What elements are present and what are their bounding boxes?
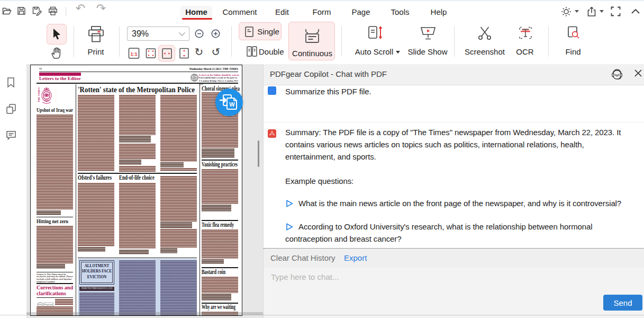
open-folder-icon [2, 6, 12, 16]
app-window: ↶ ↷ Home Comment Edit Form Page Tools He… [0, 0, 644, 318]
summary-line-1: Summary: The PDF file is a copy of "The … [285, 126, 634, 138]
article-text [160, 168, 197, 171]
tab-tools[interactable]: Tools [387, 6, 413, 19]
article-text [202, 169, 238, 204]
support-button[interactable] [611, 68, 623, 82]
toolbar-separator [548, 26, 549, 57]
bookmarks-panel-button[interactable] [5, 76, 16, 89]
redo-button[interactable]: ↷ [94, 2, 108, 15]
screenshot-label: Screenshot [464, 47, 506, 56]
toolbar-separator [231, 26, 232, 57]
theme-button[interactable] [560, 5, 573, 18]
article-text [119, 183, 156, 249]
zoom-level-select[interactable]: 39% [127, 26, 189, 41]
headline-iraq: Upshot of Iraq war [37, 107, 73, 113]
slide-show-button[interactable]: Slide Show [409, 25, 447, 45]
ocr-button[interactable]: OCR [512, 25, 538, 45]
user-avatar [268, 86, 276, 95]
example-question-2[interactable]: According to Oxford University's researc… [285, 220, 603, 245]
clear-chat-history-button[interactable]: Clear Chat History [270, 253, 335, 262]
collapse-toolbar-button[interactable] [630, 7, 641, 15]
document-viewport[interactable]: 12 Wednesday March 22 2023 | THE TIMES L… [26, 64, 263, 318]
zoom-in-icon[interactable] [211, 29, 220, 38]
continuous-button[interactable]: Continuous [288, 22, 335, 60]
tab-edit[interactable]: Edit [269, 6, 295, 19]
assistant-summary: Summary: The PDF file is a copy of "The … [285, 126, 634, 163]
continuous-label: Continuous [291, 49, 333, 58]
letters-contact-block: Letters to the Editor should be sent to … [199, 74, 239, 86]
find-icon [566, 25, 582, 45]
actual-size-icon[interactable]: 1:1 [128, 47, 140, 59]
letter-signature [160, 248, 177, 253]
copilot-header: PDFgear Copilot - Chat with PDF [264, 64, 644, 85]
export-button[interactable]: Export [344, 253, 367, 262]
article-text [37, 226, 73, 263]
open-file-button[interactable] [2, 6, 12, 16]
screenshot-button[interactable]: Screenshot [465, 25, 503, 45]
hand-tool-button[interactable] [50, 46, 64, 60]
svg-text:NEWSPAPER: NEWSPAPER [56, 87, 57, 102]
letter-signature [37, 264, 65, 269]
example-question-1[interactable]: What is the main news article on the fro… [285, 197, 640, 209]
convert-to-word-floating-button[interactable]: W [215, 89, 243, 116]
continuous-icon [303, 27, 322, 46]
archive-text [160, 260, 197, 315]
print-button[interactable]: Print [86, 25, 106, 45]
tab-comment[interactable]: Comment [221, 6, 259, 19]
zoom-dropdown-chevron-icon [178, 32, 186, 37]
print-icon [48, 6, 58, 16]
svg-text:THE TIMES: THE TIMES [38, 87, 40, 102]
comments-panel-button[interactable] [5, 129, 17, 142]
fit-width-button[interactable] [158, 45, 175, 61]
save-button[interactable] [16, 6, 26, 16]
tab-home[interactable]: Home [180, 6, 212, 19]
masthead-rule [37, 83, 238, 84]
save-as-button[interactable] [32, 6, 42, 16]
tab-page[interactable]: Page [348, 6, 374, 19]
ocr-label: OCR [505, 47, 545, 56]
share-button[interactable] [585, 5, 598, 18]
single-page-icon [244, 26, 255, 38]
letters-contact-icon [191, 74, 198, 82]
tab-form[interactable]: Form [309, 6, 335, 19]
headline-corrections: Corrections and clarifications [37, 285, 73, 296]
examples-label: Example questions: [285, 175, 353, 187]
select-tool-button[interactable] [47, 24, 67, 45]
send-button[interactable]: Send [603, 295, 642, 311]
svg-text:Regulated: Regulated [44, 304, 53, 306]
rotate-right-icon[interactable]: ↻ [192, 46, 206, 58]
auto-scroll-caret-icon [396, 51, 400, 54]
thin-rule [37, 272, 73, 272]
rotate-left-icon[interactable]: ↺ [208, 46, 223, 58]
fit-height-icon[interactable] [178, 47, 190, 59]
chevron-up-icon [630, 7, 641, 15]
auto-scroll-button[interactable]: Auto Scroll [353, 25, 399, 45]
chat-panel-scrollbar[interactable] [258, 140, 259, 167]
article-text [202, 229, 238, 259]
find-button[interactable]: Find [560, 25, 586, 45]
toolbar-separator [119, 26, 120, 57]
ipso-logo: IPSORegulated [37, 299, 53, 304]
headline-netzero: Hitting net zero [37, 218, 68, 224]
headline-vanishing: Vanishing practices [202, 161, 238, 167]
article-text [160, 229, 197, 248]
fit-page-icon[interactable] [145, 47, 157, 59]
thumbnails-panel-button[interactable] [5, 103, 17, 116]
close-panel-button[interactable] [634, 69, 642, 77]
hand-icon [50, 46, 64, 60]
question-1-text: What is the main news article on the fro… [298, 199, 621, 208]
archive-title: ALLOTMENT HOLDERS FACE EVICTION [81, 263, 113, 280]
bookmark-icon [5, 76, 16, 89]
chat-input[interactable] [270, 271, 568, 295]
zoom-out-icon[interactable] [195, 29, 204, 38]
section-rule [202, 267, 238, 268]
question-arrow-icon [285, 223, 294, 231]
theme-caret-icon [575, 10, 579, 13]
tab-help[interactable]: Help [426, 6, 451, 19]
double-label: Double [259, 47, 288, 56]
fullscreen-button[interactable] [610, 5, 622, 17]
undo-button[interactable]: ↶ [74, 2, 87, 15]
title-bar: ↶ ↷ Home Comment Edit Form Page Tools He… [0, 0, 644, 21]
single-page-button[interactable]: Single [239, 22, 282, 40]
quick-print-button[interactable] [48, 6, 58, 16]
